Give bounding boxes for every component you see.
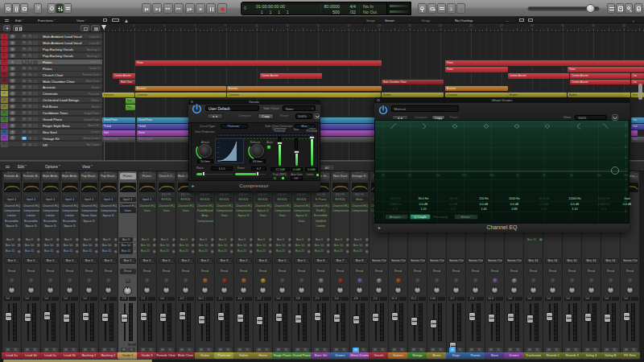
svg-text:-40: -40	[217, 142, 220, 144]
svg-text:-10: -10	[217, 156, 220, 158]
svg-text:-30: -30	[217, 146, 220, 149]
svg-text:-20: -20	[217, 151, 220, 154]
